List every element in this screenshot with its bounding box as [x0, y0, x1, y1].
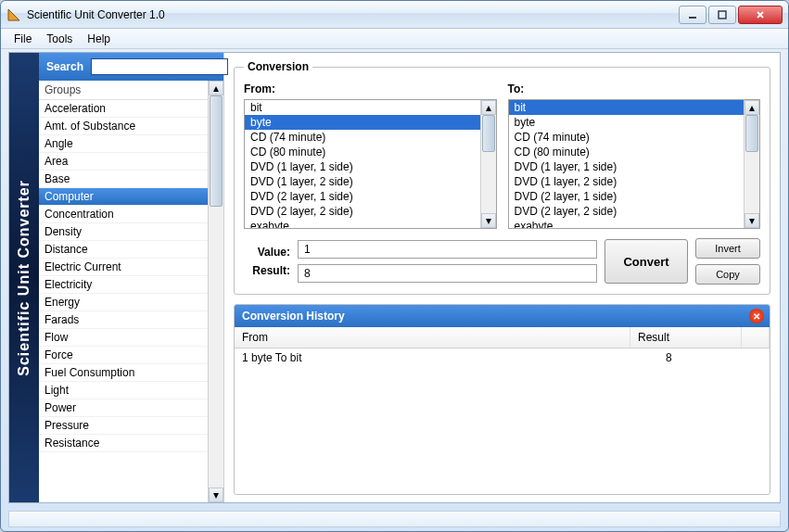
- group-item[interactable]: Amt. of Substance: [39, 118, 208, 135]
- from-scrollbar[interactable]: ▴ ▾: [480, 100, 496, 228]
- scroll-thumb[interactable]: [482, 115, 495, 152]
- history-close-icon[interactable]: ✕: [749, 309, 764, 323]
- scroll-up-icon[interactable]: ▴: [744, 100, 759, 115]
- svg-rect-2: [719, 11, 726, 19]
- copy-button[interactable]: Copy: [695, 264, 760, 285]
- from-unit-list[interactable]: bitbyteCD (74 minute)CD (80 minute)DVD (…: [245, 100, 480, 228]
- group-item[interactable]: Flow: [39, 329, 208, 347]
- scroll-down-icon[interactable]: ▾: [481, 213, 496, 228]
- unit-item[interactable]: bit: [509, 100, 744, 115]
- svg-marker-0: [8, 9, 19, 20]
- app-icon: [6, 7, 21, 22]
- scroll-up-icon[interactable]: ▴: [481, 100, 496, 115]
- window-buttons: [679, 6, 783, 24]
- scroll-thumb[interactable]: [745, 115, 758, 152]
- from-column: From: bitbyteCD (74 minute)CD (80 minute…: [244, 82, 497, 229]
- group-item[interactable]: Power: [39, 399, 208, 417]
- menu-file[interactable]: File: [6, 31, 39, 47]
- side-label-text: Scientific Unit Converter: [16, 180, 32, 376]
- group-item[interactable]: Distance: [39, 241, 208, 259]
- group-item[interactable]: Angle: [39, 135, 208, 153]
- close-button[interactable]: [738, 6, 783, 24]
- group-item[interactable]: Force: [39, 347, 208, 364]
- group-item[interactable]: Area: [39, 153, 208, 171]
- unit-item[interactable]: byte: [509, 115, 744, 130]
- result-input[interactable]: [298, 264, 597, 283]
- group-item[interactable]: Fuel Consumption: [39, 364, 208, 382]
- search-label: Search: [46, 60, 83, 73]
- history-col-result[interactable]: Result: [630, 327, 742, 348]
- from-label: From:: [244, 82, 497, 95]
- groups-wrap: Groups AccelerationAmt. of SubstanceAngl…: [39, 81, 223, 502]
- unit-item[interactable]: DVD (1 layer, 2 side): [509, 174, 744, 189]
- window-title: Scientific Unit Converter 1.0: [27, 8, 679, 21]
- scroll-up-icon[interactable]: ▴: [209, 81, 223, 95]
- statusbar: [8, 511, 781, 527]
- value-label: Value:: [244, 246, 290, 259]
- menubar: File Tools Help: [1, 29, 788, 49]
- unit-item[interactable]: CD (80 minute): [509, 145, 744, 159]
- group-item[interactable]: Pressure: [39, 417, 208, 435]
- group-item[interactable]: Electricity: [39, 276, 208, 294]
- groups-header: Groups: [39, 81, 208, 100]
- conversion-title: Conversion: [244, 60, 312, 73]
- unit-item[interactable]: DVD (2 layer, 1 side): [245, 189, 480, 204]
- history-col-pad: [742, 327, 770, 348]
- history-table: From Result 1 byte To bit8: [235, 327, 770, 494]
- unit-item[interactable]: exabyte: [245, 219, 480, 228]
- to-unit-list[interactable]: bitbyteCD (74 minute)CD (80 minute)DVD (…: [509, 100, 744, 228]
- group-item[interactable]: Resistance: [39, 435, 208, 452]
- group-item[interactable]: Base: [39, 171, 208, 188]
- unit-item[interactable]: DVD (1 layer, 1 side): [245, 159, 480, 174]
- unit-item[interactable]: CD (74 minute): [245, 130, 480, 145]
- menu-tools[interactable]: Tools: [39, 31, 80, 47]
- group-item[interactable]: Density: [39, 223, 208, 241]
- result-label: Result:: [244, 264, 290, 277]
- main-panel: Conversion From: bitbyteCD (74 minute)CD…: [224, 53, 780, 502]
- unit-item[interactable]: bit: [245, 100, 480, 115]
- search-bar: Search: [39, 53, 223, 81]
- unit-item[interactable]: DVD (1 layer, 1 side): [509, 159, 744, 174]
- to-label: To:: [508, 82, 761, 95]
- group-item[interactable]: Acceleration: [39, 100, 208, 118]
- titlebar: Scientific Unit Converter 1.0: [1, 1, 788, 29]
- maximize-button[interactable]: [708, 6, 736, 24]
- convert-button[interactable]: Convert: [604, 239, 688, 284]
- unit-item[interactable]: DVD (2 layer, 2 side): [509, 204, 744, 219]
- history-title: Conversion History: [242, 310, 345, 323]
- app-window: Scientific Unit Converter 1.0 File Tools…: [0, 0, 789, 532]
- unit-item[interactable]: DVD (2 layer, 2 side): [245, 204, 480, 219]
- history-box: Conversion History ✕ From Result 1 byte …: [234, 304, 770, 495]
- unit-item[interactable]: CD (80 minute): [245, 145, 480, 159]
- group-item[interactable]: Computer: [39, 188, 208, 206]
- groups-scrollbar[interactable]: ▴ ▾: [208, 81, 223, 502]
- to-scrollbar[interactable]: ▴ ▾: [744, 100, 759, 228]
- to-column: To: bitbyteCD (74 minute)CD (80 minute)D…: [508, 82, 761, 229]
- menu-help[interactable]: Help: [80, 31, 118, 47]
- unit-item[interactable]: CD (74 minute): [509, 130, 744, 145]
- client-area: Scientific Unit Converter Search Groups …: [8, 52, 781, 503]
- group-item[interactable]: Concentration: [39, 206, 208, 223]
- left-panel: Search Groups AccelerationAmt. of Substa…: [39, 53, 224, 502]
- unit-item[interactable]: DVD (1 layer, 2 side): [245, 174, 480, 189]
- scroll-down-icon[interactable]: ▾: [744, 213, 759, 228]
- scroll-thumb[interactable]: [210, 95, 223, 207]
- search-input[interactable]: [91, 58, 228, 75]
- unit-item[interactable]: exabyte: [509, 219, 744, 228]
- side-label: Scientific Unit Converter: [9, 53, 39, 502]
- conversion-box: Conversion From: bitbyteCD (74 minute)CD…: [234, 60, 770, 295]
- history-col-from[interactable]: From: [235, 327, 630, 348]
- scroll-down-icon[interactable]: ▾: [209, 488, 223, 502]
- history-cell-from: 1 byte To bit: [235, 348, 658, 367]
- history-row[interactable]: 1 byte To bit8: [235, 348, 770, 367]
- group-item[interactable]: Energy: [39, 294, 208, 311]
- group-item[interactable]: Farads: [39, 311, 208, 329]
- group-item[interactable]: Electric Current: [39, 259, 208, 276]
- unit-item[interactable]: byte: [245, 115, 480, 130]
- minimize-button[interactable]: [679, 6, 706, 24]
- groups-list[interactable]: Groups AccelerationAmt. of SubstanceAngl…: [39, 81, 208, 502]
- unit-item[interactable]: DVD (2 layer, 1 side): [509, 189, 744, 204]
- invert-button[interactable]: Invert: [695, 238, 760, 259]
- value-input[interactable]: [298, 240, 597, 259]
- group-item[interactable]: Light: [39, 382, 208, 399]
